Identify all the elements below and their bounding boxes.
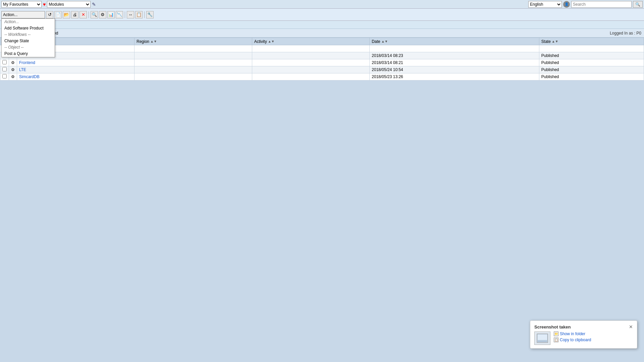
delete-button[interactable]: ✕ xyxy=(79,11,87,18)
language-dropdown[interactable]: English xyxy=(528,1,562,8)
row-icon-cell: ⚙ xyxy=(9,66,17,73)
heart-button[interactable]: ♥ xyxy=(43,2,46,7)
col-header-date[interactable]: Date ▲▼ xyxy=(370,38,539,45)
toolbar-sep-3 xyxy=(144,11,145,18)
move-button[interactable]: ↔ xyxy=(127,11,134,18)
row-title[interactable]: SimcardDB xyxy=(17,73,135,80)
state-sort-icon: ▲▼ xyxy=(552,40,558,43)
col-header-region[interactable]: Region ▲▼ xyxy=(135,38,252,45)
new-button[interactable]: 📄 xyxy=(54,11,62,18)
screenshot-close-button[interactable]: ✕ xyxy=(629,324,633,329)
date-sort-icon: ▲▼ xyxy=(381,40,388,43)
row-date: 2018/05/23 13:26 xyxy=(370,73,539,80)
action-add-software[interactable]: Add Software Product xyxy=(2,25,55,32)
workflows-separator: -- Workflows -- xyxy=(2,32,55,38)
row-region xyxy=(135,45,252,52)
toolbar-sep-1 xyxy=(89,11,89,18)
table-row: ⚙% xyxy=(0,45,644,52)
row-activity xyxy=(252,59,370,66)
row-type-icon: ⚙ xyxy=(11,67,15,72)
row-activity xyxy=(252,52,370,59)
action-menu: Action... Add Software Product -- Workfl… xyxy=(1,18,55,57)
region-sort-icon: ▲▼ xyxy=(150,40,157,43)
row-checkbox[interactable] xyxy=(2,74,7,78)
user-avatar: 👤 xyxy=(563,1,570,8)
table-body: ⚙%⚙Re6st2018/03/14 08:23Published⚙Fronte… xyxy=(0,45,644,80)
row-date: 2018/03/14 08:23 xyxy=(370,52,539,59)
search-input[interactable] xyxy=(571,1,632,8)
table-header-row: Title ▲▼ Region ▲▼ Activity ▲▼ xyxy=(0,38,644,45)
modules-dropdown[interactable]: Modules xyxy=(47,1,91,8)
screenshot-notification: Screenshot taken ✕ 📁 Show in folder 📋 Co… xyxy=(530,320,637,349)
table-row: ⚙Re6st2018/03/14 08:23Published xyxy=(0,52,644,59)
row-region xyxy=(135,52,252,59)
row-state: Published xyxy=(539,59,644,66)
copy-clipboard-link[interactable]: 📋 Copy to clipboard xyxy=(554,338,591,342)
row-title[interactable]: Frontend xyxy=(17,59,135,66)
activity-sort-icon: ▲▼ xyxy=(268,40,275,43)
row-activity xyxy=(252,45,370,52)
breadcrumb: ERP5 / Software Products / xyxy=(0,21,644,29)
row-icon-cell: ⚙ xyxy=(9,73,17,80)
edit-icon[interactable]: ✎ xyxy=(92,2,96,7)
row-check-cell xyxy=(0,66,9,73)
top-bar: My Favourites ♥ Modules ✎ English 👤 🔍 xyxy=(0,0,644,9)
settings-button[interactable]: 🔧 xyxy=(146,11,154,18)
chart1-button[interactable]: 📊 xyxy=(107,11,115,18)
screenshot-title: Screenshot taken xyxy=(534,324,571,329)
row-state xyxy=(539,45,644,52)
table-row: ⚙SimcardDB2018/05/23 13:26Published xyxy=(0,73,644,80)
object-separator: -- Object -- xyxy=(2,44,55,50)
info-bar: Software Products : 1 - 4 of ted Logged … xyxy=(0,29,644,38)
action-post-query[interactable]: Post a Query xyxy=(2,50,55,57)
row-checkbox[interactable] xyxy=(2,60,7,64)
row-date: 2018/05/24 10:54 xyxy=(370,66,539,73)
row-date: 2018/03/14 08:21 xyxy=(370,59,539,66)
row-check-cell xyxy=(0,73,9,80)
folder-link-icon: 📁 xyxy=(554,331,558,336)
screenshot-body: 📁 Show in folder 📋 Copy to clipboard xyxy=(534,331,633,345)
screenshot-thumbnail xyxy=(534,331,550,345)
chart2-button[interactable]: 📉 xyxy=(116,11,123,18)
row-check-cell xyxy=(0,59,9,66)
clipboard-link-icon: 📋 xyxy=(554,338,558,342)
action-dropdown[interactable]: Action... xyxy=(1,11,45,18)
action-bar: Action... Action... Add Software Product… xyxy=(0,9,644,21)
print-button[interactable]: 🖨 xyxy=(71,11,78,18)
row-region xyxy=(135,73,252,80)
row-title[interactable]: LTE xyxy=(17,66,135,73)
col-header-state[interactable]: State ▲▼ xyxy=(539,38,644,45)
refresh-button[interactable]: ↺ xyxy=(46,11,53,18)
row-date xyxy=(370,45,539,52)
row-checkbox[interactable] xyxy=(2,67,7,71)
logged-in-info: Logged In as : P0 xyxy=(610,31,641,36)
show-folder-link[interactable]: 📁 Show in folder xyxy=(554,331,591,336)
table-row: ⚙Frontend2018/03/14 08:21Published xyxy=(0,59,644,66)
action-dropdown-wrapper: Action... Action... Add Software Product… xyxy=(1,11,45,18)
row-state: Published xyxy=(539,73,644,80)
row-activity xyxy=(252,73,370,80)
main-table: Title ▲▼ Region ▲▼ Activity ▲▼ xyxy=(0,38,644,80)
col-header-activity[interactable]: Activity ▲▼ xyxy=(252,38,370,45)
favourites-dropdown[interactable]: My Favourites xyxy=(1,1,42,8)
search-records-button[interactable]: 🔍 xyxy=(91,11,98,18)
svg-rect-2 xyxy=(538,341,547,342)
action-menu-header: Action... xyxy=(2,19,55,25)
table-row: ⚙LTE2018/05/24 10:54Published xyxy=(0,66,644,73)
row-icon-cell: ⚙ xyxy=(9,59,17,66)
row-activity xyxy=(252,66,370,73)
screenshot-links: 📁 Show in folder 📋 Copy to clipboard xyxy=(554,331,591,342)
row-region xyxy=(135,66,252,73)
action-change-state[interactable]: Change State xyxy=(2,38,55,44)
toolbar-sep-2 xyxy=(125,11,125,18)
filter-button[interactable]: ⚙ xyxy=(99,11,106,18)
row-type-icon: ⚙ xyxy=(11,60,15,65)
row-state: Published xyxy=(539,66,644,73)
row-state: Published xyxy=(539,52,644,59)
clipboard-button[interactable]: 📋 xyxy=(135,11,143,18)
row-region xyxy=(135,59,252,66)
svg-rect-1 xyxy=(538,335,547,340)
open-button[interactable]: 📂 xyxy=(63,11,70,18)
main-table-wrapper: Title ▲▼ Region ▲▼ Activity ▲▼ xyxy=(0,38,644,80)
search-button[interactable]: 🔍 xyxy=(633,1,643,8)
